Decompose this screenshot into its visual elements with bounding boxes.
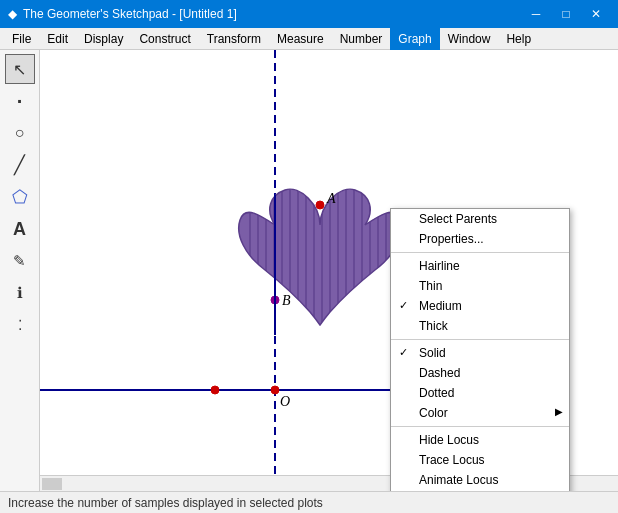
ctx-separator-1 [391,252,569,253]
svg-point-3 [271,386,279,394]
ctx-thin[interactable]: Thin [391,276,569,296]
info-tool-button[interactable]: ℹ [5,278,35,308]
svg-point-2 [211,386,219,394]
minimize-button[interactable]: ─ [522,0,550,28]
menu-measure[interactable]: Measure [269,28,332,50]
maximize-button[interactable]: □ [552,0,580,28]
custom-tool-button[interactable]: ⁚ [5,310,35,340]
ctx-dashed[interactable]: Dashed [391,363,569,383]
main-area: ↖ · ○ ╱ ⬠ A ✎ ℹ ⁚ O [0,50,618,491]
menu-bar: File Edit Display Construct Transform Me… [0,28,618,50]
toolbar: ↖ · ○ ╱ ⬠ A ✎ ℹ ⁚ [0,50,40,491]
window-controls: ─ □ ✕ [522,0,610,28]
menu-number[interactable]: Number [332,28,391,50]
marker-tool-button[interactable]: ✎ [5,246,35,276]
ctx-trace-locus[interactable]: Trace Locus [391,450,569,470]
window-title: The Geometer's Sketchpad - [Untitled 1] [23,7,237,21]
ctx-hairline[interactable]: Hairline [391,256,569,276]
svg-text:O: O [280,394,290,409]
ctx-color[interactable]: Color [391,403,569,423]
ctx-select-parents[interactable]: Select Parents [391,209,569,229]
canvas-area[interactable]: O [40,50,618,491]
ctx-solid[interactable]: Solid [391,343,569,363]
circle-tool-button[interactable]: ○ [5,118,35,148]
app-icon: ◆ [8,7,17,21]
ctx-animate-locus[interactable]: Animate Locus [391,470,569,490]
context-menu: Select Parents Properties... Hairline Th… [390,208,570,491]
close-button[interactable]: ✕ [582,0,610,28]
text-tool-button[interactable]: A [5,214,35,244]
menu-transform[interactable]: Transform [199,28,269,50]
menu-edit[interactable]: Edit [39,28,76,50]
status-text: Increase the number of samples displayed… [8,496,323,510]
menu-help[interactable]: Help [498,28,539,50]
menu-window[interactable]: Window [440,28,499,50]
menu-display[interactable]: Display [76,28,131,50]
ctx-properties[interactable]: Properties... [391,229,569,249]
title-bar: ◆ The Geometer's Sketchpad - [Untitled 1… [0,0,618,28]
ctx-separator-2 [391,339,569,340]
menu-graph[interactable]: Graph [390,28,439,50]
ctx-hide-locus[interactable]: Hide Locus [391,430,569,450]
polygon-tool-button[interactable]: ⬠ [5,182,35,212]
svg-point-25 [316,201,324,209]
ctx-dotted[interactable]: Dotted [391,383,569,403]
ctx-separator-3 [391,426,569,427]
ctx-thick[interactable]: Thick [391,316,569,336]
menu-file[interactable]: File [4,28,39,50]
status-bar: Increase the number of samples displayed… [0,491,618,513]
svg-text:B: B [282,293,291,308]
menu-construct[interactable]: Construct [131,28,198,50]
line-tool-button[interactable]: ╱ [5,150,35,180]
point-tool-button[interactable]: · [5,86,35,116]
svg-text:A: A [326,191,336,206]
ctx-medium[interactable]: Medium [391,296,569,316]
arrow-tool-button[interactable]: ↖ [5,54,35,84]
